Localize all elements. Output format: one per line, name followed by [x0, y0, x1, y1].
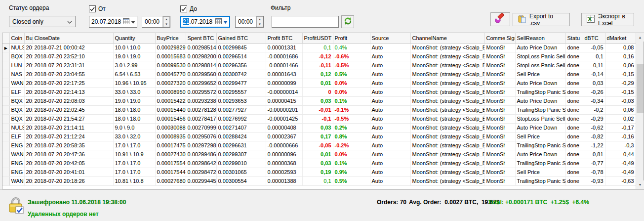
column-header-source[interactable]: Source [370, 33, 410, 43]
cell-sigr [505, 159, 515, 168]
cell-channel: MoonShot: (strategy <Scalp_BTC [410, 105, 484, 114]
cell-spent: 0.00295572 [186, 88, 216, 96]
column-header-commen[interactable]: Commen [484, 33, 505, 43]
table-row[interactable]: BQX20:2018-07-20 22:02:4518.0 \ 18.00.00… [2, 105, 636, 114]
cell-src: Auto [370, 52, 410, 61]
column-header-statu[interactable]: Statu [565, 33, 583, 43]
cell-close: 2018-07-21 00:00:42 [33, 43, 113, 52]
cell-gained: 0.00300742 [216, 70, 266, 79]
cell-usdt: -0,12 [302, 52, 333, 61]
cell-coin: ELF [9, 132, 24, 141]
column-header-gained-btc[interactable]: Gained BTC [216, 33, 266, 43]
cell-pct: -0.6% [333, 52, 370, 61]
date-dropdown-icon[interactable] [223, 18, 228, 25]
cell-dmkt: -0,3 [605, 141, 636, 150]
cell-spent: 0.00298814 [186, 61, 216, 70]
spin-down-icon[interactable]: ▼ [163, 22, 170, 28]
column-header-dmarket[interactable]: dMarket [605, 33, 636, 43]
from-time-input[interactable]: 00:00 ▲ ▼ [142, 16, 170, 28]
table-row[interactable]: BQX20:2018-07-20 23:52:1019.0 \ 19.00.00… [2, 52, 636, 61]
column-header-buy[interactable]: Buy [24, 33, 33, 43]
cell-pct: 0.0% [333, 88, 370, 96]
table-row[interactable]: LUN20:2018-07-20 23:31:313.0 \ 2.990.000… [2, 61, 636, 70]
order-status-select[interactable]: Closed only [9, 16, 76, 27]
from-date-input[interactable]: 20.07.2018 [89, 16, 137, 28]
cell-sigr [505, 132, 515, 141]
table-row[interactable]: WAN20:2018-07-20 20:47:3610.91 \ 10.90.0… [2, 150, 636, 159]
from-checkbox[interactable]: От [89, 5, 106, 12]
export-csv-button[interactable]: Export to .csv [513, 13, 570, 26]
vertical-scrollbar[interactable]: ▲ ▼ [636, 33, 644, 189]
export-excel-button[interactable]: X Экспорт в Excel [581, 13, 634, 26]
spin-up-icon[interactable]: ▲ [163, 16, 170, 22]
spin-down-icon[interactable]: ▼ [256, 22, 263, 28]
column-header-quantity[interactable]: Quantity [113, 33, 155, 43]
table-row[interactable]: WAN20:2018-07-20 20:18:2610.81 \ 10.80.0… [2, 177, 636, 185]
cell-price: 0.00030088 [155, 123, 186, 132]
cell-pbtc: 0.00001388 [266, 177, 302, 185]
cell-dmkt: -0,44 [605, 150, 636, 159]
cell-qty: 9.0 \ 9.0 [113, 123, 155, 132]
cell-pct: -0.5% [333, 114, 370, 123]
cell-dbtc: -0,82 [583, 132, 605, 141]
column-header-profitusdt[interactable]: ProfitUSDT [302, 33, 333, 43]
cell-pbtc: 0.00000099 [266, 79, 302, 88]
cell-dmkt: -0,03 [605, 96, 636, 105]
column-header-profit[interactable]: Profit [333, 33, 370, 43]
cell-dmkt: -0,49 [605, 159, 636, 168]
cell-ind [2, 61, 9, 70]
column-header-dbtc[interactable]: dBTC [583, 33, 605, 43]
table-row[interactable]: ENG20:2018-07-20 20:41:0117.0 \ 17.00.00… [2, 168, 636, 177]
cell-channel: MoonShot: (strategy <Scalp_BTC [410, 43, 484, 52]
cell-pct: -0.1% [333, 105, 370, 114]
cell-spent: 0.00298472 [186, 168, 216, 177]
cell-ind [2, 43, 9, 52]
cell-usdt: 0,17 [302, 132, 333, 141]
column-header-profit-btc[interactable]: Profit BTC [266, 33, 302, 43]
table-row[interactable]: NULS20:2018-07-21 00:00:4210.0 \ 10.00.0… [2, 43, 636, 52]
cell-channel: MoonShot: (strategy <Scalp_BTC [410, 141, 484, 150]
column-header-coin[interactable]: Coin [9, 33, 24, 43]
cell-usdt: 0,1 [302, 43, 333, 52]
cell-dbtc: -0,34 [583, 96, 605, 105]
cell-channel: MoonShot: (strategy <Scalp_BTC [410, 70, 484, 79]
cell-close: 2018-07-20 23:52:10 [33, 52, 113, 61]
to-time-input[interactable]: 00:00 ▲ ▼ [235, 16, 264, 28]
table-row[interactable]: ELF20:2018-07-20 22:14:1333.0 \ 33.00.00… [2, 88, 636, 96]
cell-close: 2018-07-20 22:14:13 [33, 88, 113, 96]
settings-button[interactable] [490, 12, 510, 26]
cell-price: 0.00099530 [155, 61, 186, 70]
cell-dbtc: -0,77 [583, 159, 605, 168]
scroll-down-icon[interactable]: ▼ [636, 180, 644, 189]
column-header-channelname[interactable]: ChannelName [410, 33, 484, 43]
table-row[interactable]: ELF20:2018-07-20 21:12:2433.0 \ 32.00.00… [2, 132, 636, 141]
date-dropdown-icon[interactable] [131, 18, 135, 25]
scrollbar-thumb[interactable] [637, 64, 644, 113]
table-row[interactable]: NAS20:2018-07-20 23:04:556.54 \ 6.530.00… [2, 70, 636, 79]
cell-src: Auto [370, 159, 410, 168]
cell-dbtc: -0,05 [583, 43, 605, 52]
column-header-closedate[interactable]: CloseDate [33, 33, 113, 43]
column-header-spent-btc[interactable]: Spent BTC [186, 33, 216, 43]
table-row[interactable]: ENG20:2018-07-20 20:42:0517.0 \ 17.00.00… [2, 159, 636, 168]
column-header-sigr[interactable]: Sigr [505, 33, 515, 43]
table-row[interactable]: BQX20:2018-07-20 21:54:2718.0 \ 18.00.00… [2, 114, 636, 123]
cell-close: 2018-07-20 21:14:11 [33, 123, 113, 132]
table-row[interactable]: ENG20:2018-07-20 20:58:3517.0 \ 17.00.00… [2, 141, 636, 150]
refresh-button[interactable] [341, 15, 354, 28]
cell-qty: 33.0 \ 33.0 [113, 88, 155, 96]
table-row[interactable]: BQX20:2018-07-20 22:08:0319.0 \ 19.00.00… [2, 96, 636, 105]
filter-input[interactable] [272, 16, 339, 28]
to-checkbox[interactable]: До [180, 5, 197, 12]
cell-ind [2, 114, 9, 123]
to-date-input[interactable]: 21.07.2018 [180, 16, 230, 28]
table-row[interactable]: WAN20:2018-07-20 22:17:2510.96 \ 10.950.… [2, 79, 636, 88]
to-checkbox-label: До [190, 5, 197, 12]
cell-coin: ENG [9, 141, 24, 150]
scroll-up-icon[interactable]: ▲ [636, 33, 644, 42]
table-row[interactable]: NULS20:2018-07-20 21:14:119.0 \ 9.00.000… [2, 123, 636, 132]
column-header-buyprice[interactable]: BuyPrice [155, 33, 186, 43]
cell-src: Auto [370, 61, 410, 70]
spin-up-icon[interactable]: ▲ [256, 16, 263, 22]
column-header-sellreason[interactable]: SellReason [515, 33, 565, 43]
